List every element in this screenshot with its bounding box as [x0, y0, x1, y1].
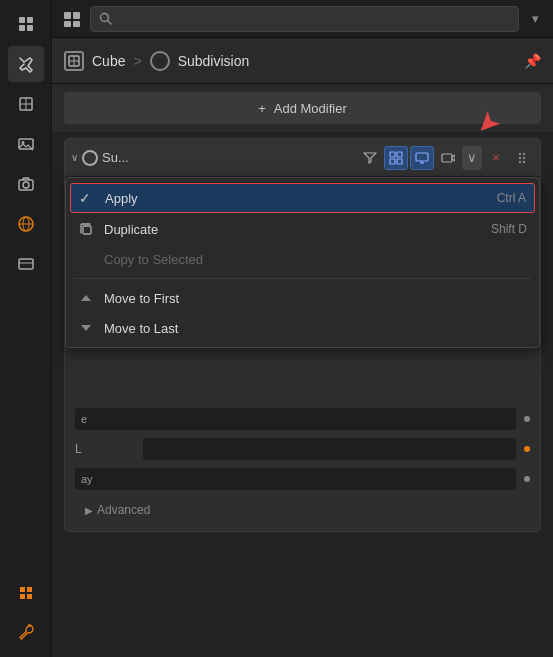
render-label: L: [75, 442, 135, 456]
menu-item-apply[interactable]: ✓ Apply Ctrl A: [70, 183, 535, 213]
add-modifier-section: + Add Modifier: [52, 84, 553, 132]
svg-point-35: [519, 156, 521, 158]
search-box[interactable]: [90, 6, 519, 32]
modifier-dropdown-button[interactable]: ∨: [462, 146, 482, 170]
pin-icon[interactable]: 📌: [524, 53, 541, 69]
move-last-icon: [78, 320, 94, 336]
breadcrumb-separator: >: [133, 53, 141, 69]
svg-rect-14: [19, 259, 33, 269]
sidebar-icon-modifier[interactable]: [8, 575, 44, 611]
sidebar-icon-scene[interactable]: [8, 246, 44, 282]
modifier-expand-chevron[interactable]: ∨: [71, 152, 78, 163]
svg-point-10: [23, 182, 29, 188]
sidebar-icon-properties[interactable]: [8, 6, 44, 42]
svg-rect-32: [442, 154, 452, 162]
viewport-toggle[interactable]: [410, 146, 434, 170]
plus-icon: +: [258, 101, 266, 116]
move-first-label: Move to First: [104, 291, 527, 306]
modifier-icon-group: ∨ ×: [358, 146, 534, 170]
sidebar-icon-image[interactable]: [8, 126, 44, 162]
add-modifier-button[interactable]: + Add Modifier: [64, 92, 541, 124]
move-last-label: Move to Last: [104, 321, 527, 336]
svg-rect-18: [64, 21, 71, 27]
svg-rect-2: [19, 25, 25, 31]
levels-field[interactable]: e: [75, 408, 516, 430]
duplicate-icon: [78, 221, 94, 237]
svg-rect-25: [390, 152, 395, 157]
copy-to-selected-label: Copy to Selected: [104, 252, 527, 267]
breadcrumb: Cube > Subdivision 📌: [52, 38, 553, 84]
apply-label: Apply: [105, 191, 487, 206]
dot-1: [524, 416, 530, 422]
render-field[interactable]: [143, 438, 516, 460]
modifier-dropdown-menu: ✓ Apply Ctrl A Duplicate Shift D Copy to: [65, 177, 540, 348]
advanced-label: Advanced: [97, 503, 150, 517]
svg-point-34: [523, 152, 525, 154]
svg-point-37: [519, 160, 521, 162]
realtime-toggle[interactable]: [358, 146, 382, 170]
modifier-header: ∨ Su...: [65, 139, 540, 177]
svg-rect-16: [64, 12, 71, 19]
svg-line-21: [108, 21, 112, 25]
modifier-name: Subdivision: [178, 53, 250, 69]
svg-rect-28: [397, 159, 402, 164]
svg-rect-29: [416, 153, 428, 161]
render-toggle[interactable]: [436, 146, 460, 170]
duplicate-shortcut: Shift D: [491, 222, 527, 236]
dot-2: [524, 446, 530, 452]
editmode-toggle[interactable]: [384, 146, 408, 170]
levels-dots: [524, 416, 530, 422]
advanced-chevron: ▶: [85, 505, 93, 516]
modifier-name-header: Su...: [102, 150, 354, 165]
svg-rect-3: [27, 25, 33, 31]
quality-dots: [524, 476, 530, 482]
modifier-card: ➤ ∨ Su...: [64, 138, 541, 532]
svg-rect-1: [27, 17, 33, 23]
move-first-icon: [78, 290, 94, 306]
modifier-drag-handle[interactable]: [510, 146, 534, 170]
modifier-row-render: L: [75, 437, 530, 461]
duplicate-label: Duplicate: [104, 222, 481, 237]
sidebar-icon-object[interactable]: [8, 86, 44, 122]
svg-rect-17: [73, 12, 80, 19]
modifier-row-quality: ay: [75, 467, 530, 491]
svg-point-36: [523, 156, 525, 158]
apply-check-icon: ✓: [79, 190, 95, 206]
svg-point-33: [519, 152, 521, 154]
sidebar-icon-tools[interactable]: [8, 46, 44, 82]
apply-shortcut: Ctrl A: [497, 191, 526, 205]
svg-rect-26: [397, 152, 402, 157]
modifier-row-levels: e: [75, 407, 530, 431]
top-bar: ▾: [52, 0, 553, 38]
layout-icon[interactable]: [58, 5, 86, 33]
sidebar-icon-wrench[interactable]: [8, 615, 44, 651]
svg-point-38: [523, 160, 525, 162]
modifier-type-circle: [82, 150, 98, 166]
quality-field[interactable]: ay: [75, 468, 516, 490]
copy-to-selected-icon: [78, 251, 94, 267]
render-dots: [524, 446, 530, 452]
advanced-section[interactable]: ▶ Advanced: [75, 497, 530, 523]
dot-3: [524, 476, 530, 482]
menu-item-copy-to-selected[interactable]: Copy to Selected: [66, 244, 539, 274]
svg-rect-0: [19, 17, 25, 23]
main-panel: ▾ Cube > Subdivision 📌 + Add Modifier ➤ …: [52, 0, 553, 657]
svg-rect-19: [73, 21, 80, 27]
modifier-type-icon: [150, 51, 170, 71]
svg-rect-39: [83, 226, 91, 234]
object-name: Cube: [92, 53, 125, 69]
sidebar-icon-world[interactable]: [8, 206, 44, 242]
menu-item-duplicate[interactable]: Duplicate Shift D: [66, 214, 539, 244]
modifier-close-button[interactable]: ×: [484, 146, 508, 170]
menu-item-move-to-last[interactable]: Move to Last: [66, 313, 539, 343]
add-modifier-label: Add Modifier: [274, 101, 347, 116]
object-type-icon: [64, 51, 84, 71]
svg-rect-27: [390, 159, 395, 164]
sidebar-icon-camera[interactable]: [8, 166, 44, 202]
sidebar: [0, 0, 52, 657]
top-dropdown-arrow[interactable]: ▾: [523, 7, 547, 31]
menu-item-move-to-first[interactable]: Move to First: [66, 283, 539, 313]
menu-divider: [74, 278, 531, 279]
